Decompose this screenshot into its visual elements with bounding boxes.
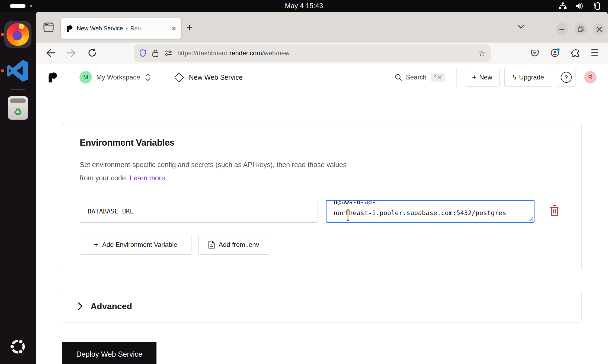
search-icon[interactable] <box>395 74 402 81</box>
add-from-env-button[interactable]: Add from .env <box>198 235 269 255</box>
learn-more-link[interactable]: Learn more. <box>130 174 167 182</box>
pocket-button[interactable] <box>530 49 539 57</box>
env-key-input[interactable]: DATABASE_URL <box>80 200 318 223</box>
user-avatar[interactable]: R <box>584 71 597 84</box>
tab-new-web-service[interactable]: New Web Service • Rend × <box>61 18 181 39</box>
system-clock[interactable]: May 4 15:43 <box>285 2 323 10</box>
file-icon <box>208 241 215 249</box>
dock-item-ubuntu-desktop[interactable] <box>9 338 27 356</box>
account-icon <box>551 48 560 58</box>
url-domain: render.com <box>229 49 262 57</box>
window-close-button[interactable] <box>593 23 606 36</box>
search-shortcut-badge: ^ K <box>431 73 445 82</box>
add-from-env-label: Add from .env <box>219 241 259 248</box>
deploy-web-service-button[interactable]: Deploy Web Service <box>62 342 156 364</box>
workspace-dot <box>30 5 32 7</box>
render-logo[interactable] <box>47 72 57 83</box>
recycle-icon: ♻ <box>14 107 22 117</box>
bookmark-star-icon[interactable]: ☆ <box>478 49 485 58</box>
permissions-icon[interactable] <box>164 50 172 56</box>
delete-env-var-button[interactable] <box>549 205 559 216</box>
back-button[interactable] <box>46 49 56 57</box>
browser-window: New Web Service • Rend × + <box>36 12 608 364</box>
question-mark-icon: ? <box>561 72 572 83</box>
workspace-name[interactable]: My Workspace <box>96 74 140 81</box>
section-title: Environment Variables <box>80 138 175 148</box>
env-key-value: DATABASE_URL <box>88 207 134 215</box>
url-text: https://dashboard.render.com/web/new <box>177 49 290 57</box>
dock-item-trash[interactable]: ♻ <box>8 96 28 120</box>
window-minimize-button[interactable] <box>556 23 568 36</box>
env-value-textarea[interactable]: u@aws-0-ap-northeast-1.pooler.supabase.c… <box>326 200 535 223</box>
plus-icon: + <box>94 241 98 248</box>
tab-title-separator: • <box>126 25 127 32</box>
puzzle-piece-icon <box>571 49 580 58</box>
tab-close-icon[interactable]: × <box>171 24 176 33</box>
user-avatar-initial: R <box>588 74 593 81</box>
previous-card-bottom-edge <box>62 99 582 99</box>
section-description: Set environment-specific config and secr… <box>80 158 355 185</box>
tab-bar: New Web Service • Rend × + <box>36 12 608 43</box>
menu-button[interactable]: ☰ <box>591 47 599 58</box>
firefox-view-button[interactable] <box>43 23 54 32</box>
volume-icon <box>575 2 584 10</box>
firefox-icon <box>7 23 29 46</box>
list-all-tabs-button[interactable] <box>517 25 524 29</box>
new-tab-button[interactable]: + <box>187 22 193 34</box>
workspace-switcher-chevrons-icon[interactable] <box>145 73 151 82</box>
env-value-line2: northeast-1.pooler.supabase.com:5432/pos… <box>334 209 506 217</box>
advanced-section[interactable]: Advanced <box>62 290 582 323</box>
dock-divider <box>11 89 25 90</box>
pocket-icon <box>530 49 539 57</box>
workspace-avatar[interactable]: M <box>79 71 92 84</box>
lightning-bolt-icon: ϟ <box>513 74 516 81</box>
system-top-bar: May 4 15:43 <box>0 0 608 12</box>
url-bar[interactable]: https://dashboard.render.com/web/new ☆ <box>134 44 491 62</box>
tracking-protection-shield-icon[interactable] <box>139 49 146 58</box>
ubuntu-logo-icon <box>9 338 27 356</box>
trash-icon <box>549 205 559 216</box>
service-diamond-icon <box>174 72 184 82</box>
header-divider <box>163 68 163 87</box>
dock-item-vscode[interactable] <box>7 59 29 82</box>
plus-icon: + <box>472 74 476 81</box>
search-button[interactable]: Search <box>406 74 427 81</box>
tab-title-cut: Rend <box>130 25 144 32</box>
text-cursor-pointer <box>345 209 350 221</box>
network-icon <box>559 2 567 9</box>
close-icon <box>597 27 602 32</box>
advanced-title: Advanced <box>91 301 132 311</box>
vscode-running-dot <box>1 69 4 72</box>
chevron-down-icon <box>517 25 524 29</box>
help-button[interactable]: ? <box>557 68 575 87</box>
environment-variables-card: Environment Variables Set environment-sp… <box>62 123 582 271</box>
upgrade-button[interactable]: ϟ Upgrade <box>504 68 552 87</box>
window-restore-button[interactable] <box>574 23 587 36</box>
url-path: /web/new <box>262 49 289 57</box>
trash-lid <box>10 98 26 103</box>
navigation-bar: https://dashboard.render.com/web/new ☆ ☰ <box>36 43 608 64</box>
url-subdomain: https://dashboard. <box>177 49 229 57</box>
extensions-button[interactable] <box>571 49 580 58</box>
reload-button[interactable] <box>87 48 97 58</box>
firefox-running-dot <box>1 33 4 36</box>
add-environment-variable-button[interactable]: + Add Environment Variable <box>80 235 191 255</box>
new-button[interactable]: + New <box>465 68 500 87</box>
forward-button[interactable] <box>66 49 76 57</box>
chevron-right-icon <box>78 302 83 310</box>
system-tray[interactable] <box>559 2 601 10</box>
account-button[interactable] <box>551 48 560 58</box>
restore-icon <box>578 26 584 32</box>
tab-favicon-render <box>66 25 73 33</box>
lock-icon[interactable] <box>152 49 159 57</box>
battery-charging-icon <box>592 2 601 10</box>
textarea-resize-handle[interactable] <box>528 216 533 221</box>
reload-icon <box>87 48 97 58</box>
forward-arrow-icon <box>66 49 76 57</box>
add-variable-label: Add Environment Variable <box>102 241 177 248</box>
new-button-label: New <box>479 74 492 81</box>
upgrade-button-label: Upgrade <box>519 74 544 81</box>
dock-item-firefox[interactable] <box>4 21 31 48</box>
activities-pill[interactable] <box>10 4 25 8</box>
page-title: New Web Service <box>189 74 243 81</box>
